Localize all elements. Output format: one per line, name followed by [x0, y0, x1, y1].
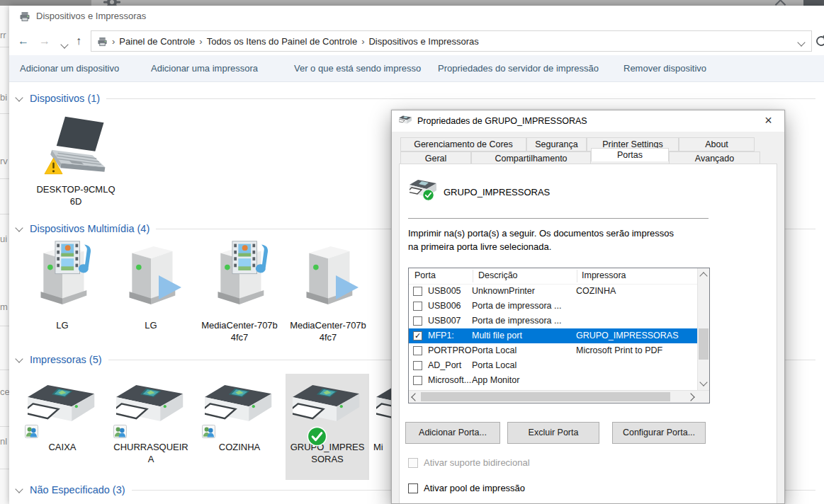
configure-port-button[interactable]: Configurar Porta...: [612, 422, 706, 444]
close-icon[interactable]: ×: [752, 110, 784, 132]
checkbox-icon[interactable]: [408, 483, 418, 493]
separator: [408, 218, 709, 221]
printer-tile-churrasqueira[interactable]: CHURRASQUEIRA: [109, 374, 193, 479]
refresh-icon[interactable]: [815, 35, 824, 47]
port-checkbox[interactable]: [413, 346, 422, 355]
play-icon: [157, 275, 183, 300]
media-device-tile[interactable]: LG: [21, 238, 104, 332]
port-row-usb007[interactable]: USB007 Porta de impressora ...: [409, 314, 697, 328]
toolbar-add-printer[interactable]: Adicionar uma impressora: [151, 55, 258, 81]
checkbox-label: Ativar pool de impressão: [424, 483, 525, 493]
breadcrumb-item-all-items[interactable]: Todos os Itens do Painel de Controle: [207, 36, 357, 47]
printer-tile-grupo-impressoras[interactable]: GRUPO_IMPRESSORAS: [286, 374, 369, 480]
toolbar-print-server-properties[interactable]: Propriedades do servidor de impressão: [438, 55, 599, 81]
navigation-bar: ← → ↑ › Painel de Controle › Todos os It…: [9, 27, 824, 55]
column-header-port[interactable]: Porta: [414, 268, 436, 283]
toolbar-see-whats-printing[interactable]: Ver o que está sendo impresso: [294, 55, 421, 81]
printer-label: CHURRASQUEIRA: [111, 442, 191, 465]
breadcrumb-separator: ›: [199, 36, 202, 47]
scrollbar-thumb[interactable]: [421, 392, 670, 401]
port-row-adport[interactable]: AD_Port Porta Local: [409, 358, 697, 373]
breadcrumb-separator: ›: [112, 36, 115, 47]
printer-properties-dialog: Propriedades de GRUPO_IMPRESSORAS × Gere…: [391, 110, 785, 504]
window-title: Dispositivos e Impressoras: [36, 6, 146, 27]
tab-color-management[interactable]: Gerenciamento de Cores: [400, 137, 526, 151]
horizontal-scrollbar[interactable]: [409, 390, 709, 403]
breadcrumb-item-devices-printers[interactable]: Dispositivos e Impressoras: [368, 36, 478, 47]
bidirectional-support-checkbox: Ativar suporte bidirecional: [408, 457, 530, 468]
ports-list[interactable]: Porta Descrição Impressora USB005 Unknow…: [408, 268, 710, 403]
scroll-right-icon[interactable]: [687, 393, 694, 401]
breadcrumb-item-control-panel[interactable]: Painel de Controle: [119, 36, 195, 47]
printer-tile-caixa[interactable]: CAIXA: [21, 374, 104, 479]
shared-icon: [202, 425, 215, 438]
port-checkbox[interactable]: [413, 316, 422, 326]
background-window-strip: [0, 0, 824, 6]
port-checkbox-checked[interactable]: ✓: [413, 331, 422, 340]
vertical-scrollbar[interactable]: [697, 268, 709, 390]
scroll-left-icon[interactable]: [411, 393, 419, 401]
background-text-fragment: ce: [0, 386, 9, 397]
port-checkbox[interactable]: [413, 361, 422, 370]
port-row-usb005[interactable]: USB005 UnknownPrinter COZINHA: [409, 284, 697, 299]
scroll-up-icon[interactable]: [699, 272, 707, 280]
printer-icon: [399, 115, 412, 127]
media-device-tile[interactable]: LG: [109, 238, 193, 332]
breadcrumb-separator: ›: [361, 36, 364, 47]
up-button[interactable]: ↑: [70, 33, 87, 50]
printer-label: COZINHA: [200, 442, 279, 454]
device-tile-desktop[interactable]: DESKTOP-9CMLQ6D: [34, 108, 118, 207]
screen: rr bi rv ui m ce nl Dispositivos e Impre…: [0, 0, 824, 504]
printer-icon: [410, 178, 438, 202]
device-label: LG: [23, 320, 102, 332]
media-playback-icon: [232, 239, 273, 280]
forward-button[interactable]: →: [36, 33, 53, 50]
play-icon: [334, 275, 360, 300]
media-device-tile[interactable]: MediaCenter-707b4fc7: [286, 238, 370, 343]
printer-icon: [293, 385, 362, 432]
section-title: Não Especificado (3): [30, 484, 125, 496]
address-dropdown-icon[interactable]: [797, 38, 805, 46]
port-row-mfp1[interactable]: ✓ MFP1: Multi file port GRUPO_IMPRESSORA…: [409, 328, 697, 343]
delete-port-button[interactable]: Excluir Porta: [507, 422, 599, 444]
device-label: DESKTOP-9CMLQ6D: [36, 184, 115, 207]
background-text-fragment: ui: [0, 234, 7, 244]
add-port-button[interactable]: Adicionar Porta...: [405, 422, 500, 444]
checkbox-label: Ativar suporte bidirecional: [424, 457, 530, 468]
media-device-tile[interactable]: MediaCenter-707b4fc7: [198, 238, 281, 343]
port-row-usb006[interactable]: USB006 Porta de impressora ...: [409, 299, 697, 314]
address-bar[interactable]: › Painel de Controle › Todos os Itens do…: [91, 30, 812, 52]
chevron-down-icon: [15, 355, 23, 362]
chevron-down-icon: [15, 93, 23, 101]
chevron-down-icon: [15, 485, 23, 493]
tab-security[interactable]: Segurança: [526, 137, 587, 151]
port-row-portpro[interactable]: PORTPRO... Porta Local Microsoft Print t…: [409, 343, 697, 358]
scrollbar-thumb[interactable]: [699, 328, 709, 360]
background-text-fragment: rv: [0, 156, 8, 166]
section-header-devices[interactable]: Dispositivos (1): [15, 91, 815, 105]
column-header-printer[interactable]: Impressora: [582, 268, 626, 283]
printer-pooling-checkbox[interactable]: Ativar pool de impressão: [408, 483, 525, 493]
printer-icon: [19, 11, 30, 22]
device-label: MediaCenter-707b4fc7: [200, 320, 279, 343]
column-header-description[interactable]: Descrição: [478, 268, 518, 283]
toolbar-add-device[interactable]: Adicionar um dispositivo: [20, 55, 119, 81]
port-checkbox[interactable]: [413, 302, 422, 311]
checkbox-icon: [408, 458, 418, 468]
port-row-microsoft[interactable]: Microsoft.... App Monitor: [409, 373, 697, 388]
default-check-icon: [307, 426, 327, 447]
chevron-down-icon: [60, 40, 68, 48]
tab-ports[interactable]: Portas: [591, 148, 669, 161]
tab-about[interactable]: About: [679, 137, 755, 151]
section-title: Dispositivos (1): [30, 93, 100, 104]
scroll-down-icon[interactable]: [699, 378, 707, 386]
tab-strip: Gerenciamento de Cores Segurança Printer…: [392, 132, 784, 165]
background-text-fragment: rr: [0, 30, 6, 40]
port-checkbox[interactable]: [413, 376, 422, 385]
back-button[interactable]: ←: [15, 33, 32, 50]
port-checkbox[interactable]: [413, 287, 422, 296]
printer-tile-cozinha[interactable]: COZINHA: [198, 374, 281, 479]
toolbar-remove-device[interactable]: Remover dispositivo: [623, 55, 706, 81]
chevron-down-icon: [15, 224, 23, 231]
device-label: LG: [111, 320, 191, 332]
